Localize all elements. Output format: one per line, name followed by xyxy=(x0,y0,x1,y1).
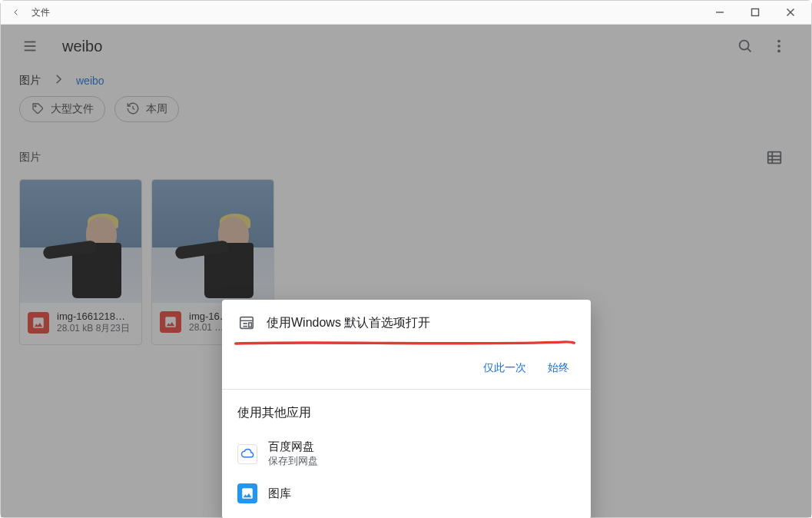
other-apps-list: 百度网盘 保存到网盘 图库 xyxy=(222,426,591,518)
app-name: 百度网盘 xyxy=(268,440,318,454)
news-icon xyxy=(237,314,256,332)
window-minimize-button[interactable] xyxy=(702,1,737,24)
back-button[interactable] xyxy=(4,1,28,24)
window-close-button[interactable] xyxy=(773,1,808,24)
app-option-gallery[interactable]: 图库 xyxy=(222,476,591,511)
dialog-title: 使用Windows 默认首选项打开 xyxy=(267,315,430,331)
app-sub: 保存到网盘 xyxy=(268,454,318,468)
other-apps-label: 使用其他应用 xyxy=(222,390,591,426)
baidu-netdisk-icon xyxy=(237,444,257,464)
window-maximize-button[interactable] xyxy=(737,1,773,24)
open-with-dialog: 使用Windows 默认首选项打开 仅此一次 始终 使用其他应用 xyxy=(222,300,591,518)
window-title: 文件 xyxy=(31,6,50,19)
gallery-icon xyxy=(237,483,257,503)
svg-rect-21 xyxy=(249,323,252,327)
always-button[interactable]: 始终 xyxy=(548,361,569,375)
svg-rect-1 xyxy=(752,9,759,16)
app-name: 图库 xyxy=(268,486,291,501)
content-area: weibo 图片 weibo 大型文件 xyxy=(1,25,811,517)
annotation-underline xyxy=(233,337,577,344)
dialog-actions: 仅此一次 始终 xyxy=(222,350,591,389)
just-once-button[interactable]: 仅此一次 xyxy=(483,361,526,375)
window: 文件 weibo 图片 xyxy=(0,0,812,518)
app-option-baidu[interactable]: 百度网盘 保存到网盘 xyxy=(222,432,591,476)
titlebar: 文件 xyxy=(1,1,811,25)
dialog-header[interactable]: 使用Windows 默认首选项打开 xyxy=(222,300,591,337)
